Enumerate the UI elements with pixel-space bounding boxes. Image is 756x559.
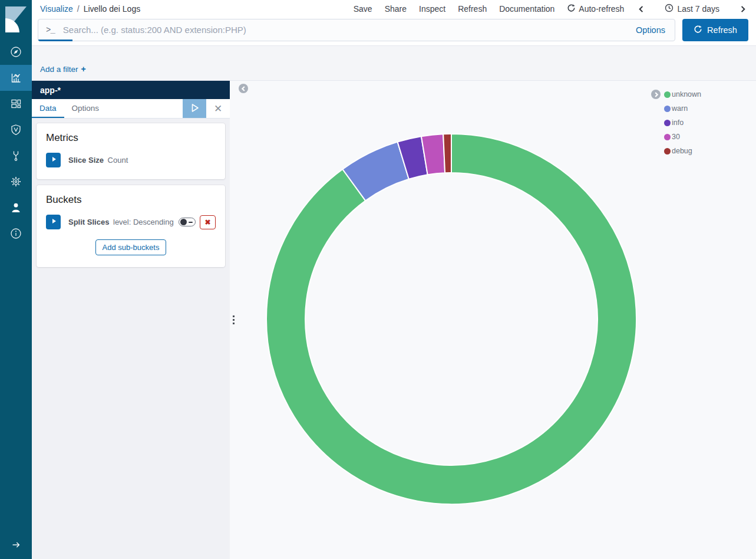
menu-item-refresh[interactable]: Refresh [458,4,487,14]
visualize-editor: app-* Data Options ✕ [32,81,756,559]
add-filter-button[interactable]: Add a filter + [40,64,86,74]
legend-item-info[interactable]: info [664,116,701,130]
auto-refresh-label: Auto-refresh [579,4,624,14]
metric-agg-label: Slice Size [68,156,104,165]
sidebar-item-devtools[interactable] [0,117,32,143]
metrics-title: Metrics [46,132,216,144]
metric-agg-row[interactable]: Slice Size Count [46,153,216,167]
legend-dot [664,148,671,154]
close-icon: ✕ [214,103,222,115]
breadcrumb-separator: / [77,4,80,14]
caret-right-icon [50,156,57,165]
bucket-agg-label: Split Slices [68,218,109,226]
breadcrumb-current: Livello dei Logs [84,4,141,14]
time-range-back-button[interactable] [636,5,646,13]
time-range-forward-button[interactable] [738,5,748,13]
kibana-logo[interactable] [0,0,32,39]
arrow-right-icon [10,539,22,553]
play-icon [188,101,201,116]
expand-nav-button[interactable] [0,533,32,559]
sidebar-item-dashboard[interactable] [0,91,32,117]
clock-icon [665,4,674,14]
top-bar: Visualize / Livello dei Logs SaveShareIn… [32,0,756,18]
kibana-app: Visualize / Livello dei Logs SaveShareIn… [0,0,756,559]
legend-item-30[interactable]: 30 [664,130,701,144]
refresh-icon [694,25,702,35]
shield-icon [9,123,22,136]
tab-options[interactable]: Options [64,99,107,118]
tab-data[interactable]: Data [32,99,64,118]
collapse-legend-button[interactable] [651,90,661,99]
apply-changes-button[interactable] [183,99,206,118]
chevron-left-icon [241,84,246,93]
query-options-link[interactable]: Options [626,25,675,35]
user-icon [9,201,22,214]
legend-item-unknown[interactable]: unknown [664,87,701,101]
remove-bucket-button[interactable]: ✖ [200,215,216,229]
toggle-knob [180,219,187,225]
time-range-picker[interactable]: Last 7 days [665,4,719,14]
metric-agg-value: Count [108,156,128,165]
query-bar: >_ Options Refresh [32,18,756,45]
toggle-tail [189,222,193,223]
search-box: >_ Options [38,19,675,41]
pie-slice-unknown[interactable] [266,134,636,504]
legend-item-warn[interactable]: warn [664,101,701,116]
bar-chart-icon [9,71,22,84]
breadcrumb: Visualize / Livello dei Logs [40,4,140,14]
wrench-icon [9,149,22,162]
expand-metric-button[interactable] [46,153,61,167]
auto-refresh-button[interactable]: Auto-refresh [567,4,624,14]
sidebar-item-management[interactable] [0,143,32,169]
pie-slice-debug[interactable] [443,134,451,173]
search-input[interactable] [63,25,626,35]
delete-x-icon: ✖ [204,218,210,226]
legend-dot [664,134,671,140]
sidebar-item-discover[interactable] [0,39,32,65]
visualization-canvas: unknownwarninfo30debug [230,81,756,559]
filter-bar: Add a filter + [32,45,756,81]
legend-dot [664,91,671,98]
add-filter-label: Add a filter [40,65,78,74]
metrics-panel: Metrics Slice Size Count [37,123,225,179]
chart-legend: unknownwarninfo30debug [664,87,701,158]
sidebar-item-visualize[interactable] [0,65,32,91]
expand-bucket-button[interactable] [46,215,61,229]
index-pattern-name: app-* [40,86,61,95]
legend-dot [664,106,671,112]
collapse-editor-button[interactable] [239,84,248,93]
refresh-cycle-icon [567,4,576,14]
plus-icon: + [81,64,86,74]
refresh-button-label: Refresh [707,25,737,35]
dashboard-icon [9,97,22,110]
editor-tabs: Data Options ✕ [32,99,230,119]
sidebar-item-settings[interactable] [0,169,32,195]
legend-item-debug[interactable]: debug [664,144,701,158]
search-focus-accent [38,40,72,41]
nav-spacer [0,246,32,533]
menu-item-share[interactable]: Share [385,4,407,14]
menu-item-inspect[interactable]: Inspect [419,4,445,14]
legend-label: unknown [672,90,701,98]
discard-changes-button[interactable]: ✕ [206,99,230,118]
legend-label: info [672,119,684,127]
compass-icon [9,45,22,58]
legend-label: warn [672,104,688,113]
disable-agg-toggle[interactable] [179,218,196,226]
buckets-title: Buckets [46,194,216,206]
breadcrumb-visualize-link[interactable]: Visualize [40,4,73,14]
query-refresh-button[interactable]: Refresh [682,19,748,41]
console-prompt-icon: >_ [38,25,63,35]
buckets-panel: Buckets Split Slices level: Descending [37,185,225,267]
sidebar-nav [0,0,32,559]
sidebar-item-about[interactable] [0,221,32,246]
add-sub-buckets-button[interactable]: Add sub-buckets [95,239,167,255]
bucket-agg-row[interactable]: Split Slices level: Descending ✖ [46,215,216,229]
gear-icon [9,175,22,188]
menu-item-save[interactable]: Save [354,4,372,14]
menu-item-documentation[interactable]: Documentation [499,4,554,14]
panel-resize-handle[interactable] [233,315,235,324]
legend-label: 30 [672,133,680,141]
editor-body: Metrics Slice Size Count [32,119,230,559]
sidebar-item-account[interactable] [0,195,32,221]
